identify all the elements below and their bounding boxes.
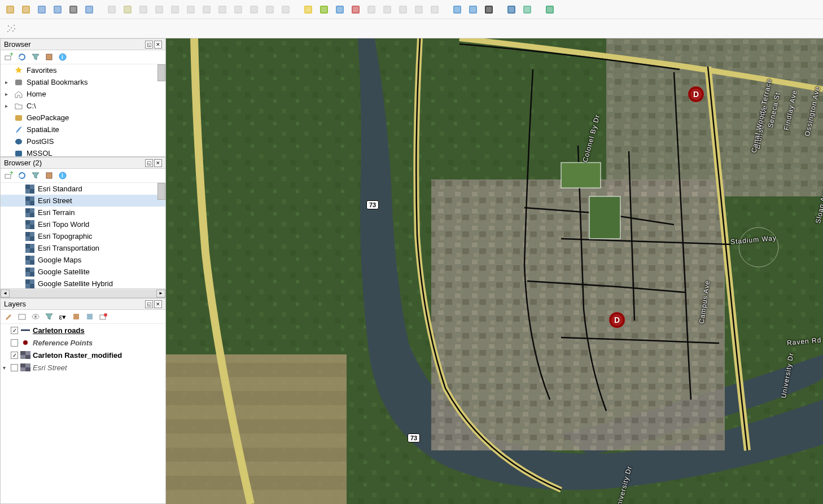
svg-point-68 bbox=[14, 25, 15, 26]
browser-item[interactable]: MSSOL bbox=[1, 147, 165, 156]
undock-icon[interactable]: ◱ bbox=[145, 41, 153, 49]
undock-icon[interactable]: ◱ bbox=[145, 300, 153, 308]
browser2-item[interactable]: Google Satellite bbox=[1, 266, 165, 278]
refresh-icon[interactable] bbox=[16, 170, 28, 181]
move-label-icon[interactable] bbox=[396, 3, 410, 16]
browser-item[interactable]: ▸Home bbox=[1, 88, 165, 100]
browser2-tree[interactable]: Esri StandardEsri StreetEsri TerrainEsri… bbox=[1, 183, 165, 288]
browser2-item[interactable]: Esri Standard bbox=[1, 183, 165, 195]
browser-item[interactable]: GeoPackage bbox=[1, 112, 165, 124]
properties-icon[interactable]: i bbox=[57, 51, 68, 63]
pin-labels-icon[interactable] bbox=[365, 3, 378, 16]
label-abc-red-icon[interactable] bbox=[349, 3, 362, 16]
refresh-icon[interactable] bbox=[16, 51, 28, 63]
scrollbar-thumb[interactable] bbox=[157, 64, 165, 81]
new-memory-layer-icon[interactable] bbox=[67, 3, 80, 16]
web-tool-2-icon[interactable] bbox=[466, 3, 480, 16]
help-icon[interactable] bbox=[543, 3, 557, 16]
svg-rect-39 bbox=[321, 7, 327, 12]
horizontal-scrollbar[interactable]: ◄ ► bbox=[1, 288, 165, 297]
add-feature-icon[interactable] bbox=[152, 3, 166, 16]
svg-rect-81 bbox=[15, 151, 22, 156]
search-tool-icon[interactable] bbox=[482, 3, 496, 16]
collapse-all-icon[interactable] bbox=[84, 311, 95, 322]
show-labels-icon[interactable] bbox=[380, 3, 394, 16]
scroll-left-icon[interactable]: ◄ bbox=[1, 290, 10, 297]
new-spatialite-icon[interactable] bbox=[51, 3, 64, 16]
filter-icon[interactable] bbox=[30, 170, 41, 181]
new-virtual-layer-icon[interactable] bbox=[82, 3, 96, 16]
filter-icon[interactable] bbox=[30, 51, 41, 63]
filter-legend-icon[interactable] bbox=[43, 311, 55, 322]
delete-icon[interactable] bbox=[200, 3, 213, 16]
toggle-editing-icon[interactable] bbox=[121, 3, 134, 16]
scroll-track[interactable] bbox=[10, 290, 156, 297]
scatter-tool-icon[interactable] bbox=[5, 22, 18, 36]
layers-tree[interactable]: ✓Carleton roadsReference Points✓Carleton… bbox=[1, 324, 165, 503]
svg-rect-11 bbox=[86, 7, 92, 12]
browser-panel-header[interactable]: Browser ◱ ✕ bbox=[1, 39, 165, 50]
add-group-icon[interactable] bbox=[16, 311, 28, 322]
browser2-item[interactable]: Esri Topo World bbox=[1, 218, 165, 230]
add-layer-icon[interactable]: + bbox=[3, 170, 14, 181]
layer-item[interactable]: ✓Carleton Raster_modified bbox=[1, 349, 165, 361]
layer-item[interactable]: Reference Points bbox=[1, 336, 165, 349]
style-icon[interactable] bbox=[3, 311, 14, 322]
layer-checkbox[interactable] bbox=[11, 364, 18, 371]
copy-icon[interactable] bbox=[231, 3, 245, 16]
collapse-icon[interactable] bbox=[43, 170, 55, 181]
collapse-icon[interactable] bbox=[43, 51, 55, 63]
layer-checkbox[interactable]: ✓ bbox=[11, 327, 18, 334]
plugin-tool-icon[interactable] bbox=[520, 3, 534, 16]
move-feature-icon[interactable] bbox=[168, 3, 182, 16]
label-abc-blue-icon[interactable] bbox=[333, 3, 347, 16]
current-edits-icon[interactable] bbox=[105, 3, 119, 16]
browser-item[interactable]: PostGIS bbox=[1, 135, 165, 147]
browser2-item[interactable]: Esri Street bbox=[1, 195, 165, 207]
layer-checkbox[interactable]: ✓ bbox=[11, 352, 18, 359]
label-tool-yellow-icon[interactable] bbox=[301, 3, 315, 16]
map-canvas[interactable]: Colonel By DrBronson AveCanal Woods Terr… bbox=[166, 38, 823, 504]
browser2-item[interactable]: Google Satellite Hybrid bbox=[1, 278, 165, 288]
new-shapefile-icon[interactable] bbox=[35, 3, 49, 16]
close-icon[interactable]: ✕ bbox=[154, 41, 162, 49]
scroll-right-icon[interactable]: ► bbox=[156, 290, 165, 297]
browser2-item[interactable]: Google Maps bbox=[1, 254, 165, 266]
remove-layer-icon[interactable] bbox=[98, 311, 109, 322]
layers-panel-header[interactable]: Layers ◱ ✕ bbox=[1, 299, 165, 310]
browser2-panel-header[interactable]: Browser (2) ◱ ✕ bbox=[1, 157, 165, 169]
browser2-item[interactable]: Esri Terrain bbox=[1, 207, 165, 218]
add-layer-icon[interactable]: + bbox=[3, 51, 14, 63]
undo-icon[interactable] bbox=[263, 3, 277, 16]
layer-checkbox[interactable] bbox=[11, 339, 18, 347]
close-icon[interactable]: ✕ bbox=[154, 159, 162, 167]
python-console-icon[interactable] bbox=[505, 3, 518, 16]
cut-icon[interactable] bbox=[216, 3, 229, 16]
new-geopackage-icon[interactable] bbox=[19, 3, 33, 16]
change-label-icon[interactable] bbox=[428, 3, 441, 16]
browser2-item[interactable]: Esri Transportation bbox=[1, 242, 165, 254]
browser2-item[interactable]: Esri Topographic bbox=[1, 230, 165, 242]
expression-icon[interactable]: ε▾ bbox=[57, 311, 68, 322]
browser-item[interactable]: SpatiaLite bbox=[1, 124, 165, 135]
node-tool-icon[interactable] bbox=[184, 3, 198, 16]
redo-icon[interactable] bbox=[279, 3, 292, 16]
open-data-source-icon[interactable] bbox=[3, 3, 17, 16]
rotate-label-icon[interactable] bbox=[412, 3, 426, 16]
browser-item[interactable]: ▸C:\ bbox=[1, 100, 165, 112]
diagram-tool-icon[interactable] bbox=[317, 3, 331, 16]
undock-icon[interactable]: ◱ bbox=[145, 159, 153, 167]
metasearch-icon[interactable] bbox=[450, 3, 464, 16]
close-icon[interactable]: ✕ bbox=[154, 300, 162, 308]
layer-item[interactable]: ▾Esri Street bbox=[1, 361, 165, 374]
expand-all-icon[interactable] bbox=[71, 311, 82, 322]
properties-icon[interactable]: i bbox=[57, 170, 68, 181]
browser-item[interactable]: ▸Spatial Bookmarks bbox=[1, 76, 165, 88]
browser-item[interactable]: Favorites bbox=[1, 64, 165, 76]
browser-tree[interactable]: Favorites▸Spatial Bookmarks▸Home▸C:\GeoP… bbox=[1, 64, 165, 156]
visibility-icon[interactable] bbox=[30, 311, 41, 322]
save-edits-icon[interactable] bbox=[137, 3, 150, 16]
paste-icon[interactable] bbox=[247, 3, 261, 16]
layer-item[interactable]: ✓Carleton roads bbox=[1, 324, 165, 336]
scrollbar-thumb[interactable] bbox=[157, 183, 165, 200]
